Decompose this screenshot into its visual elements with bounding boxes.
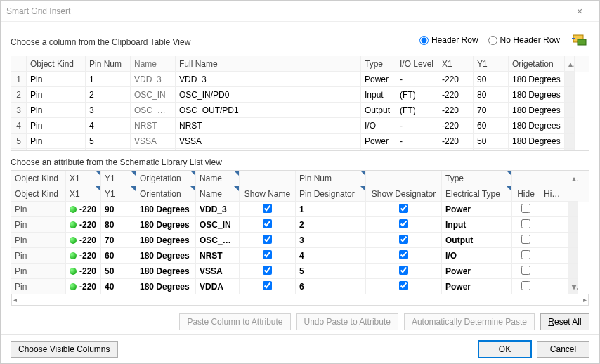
header-row-radio[interactable]: Header Row	[419, 35, 478, 45]
col2-name-h1[interactable]: Name	[196, 171, 240, 186]
cell-show-name[interactable]	[240, 248, 296, 264]
table-row[interactable]: 5Pin5VSSAVSSAPower--22050180 Degrees	[11, 134, 589, 149]
col2-origetation[interactable]: Origetation	[136, 171, 196, 186]
cell-show-name[interactable]	[240, 202, 296, 217]
cell-show-name[interactable]	[240, 217, 296, 233]
col2-x1[interactable]: X1	[66, 171, 101, 186]
col2-object-kind[interactable]: Object Kind	[11, 171, 66, 186]
col2-show-designator[interactable]: Show Designator	[366, 186, 442, 202]
col-name[interactable]: Name	[131, 56, 176, 72]
attribute-grid[interactable]: Object Kind X1 Y1 Origetation Name Pin N…	[11, 170, 589, 306]
cell-hide[interactable]	[512, 217, 540, 233]
show-name-checkbox[interactable]	[263, 266, 272, 275]
cell-hide[interactable]	[512, 248, 540, 264]
clipboard-grid[interactable]: Object Kind Pin Num Name Full Name Type …	[11, 56, 589, 151]
col-origetation[interactable]: Origetation	[509, 56, 565, 72]
show-designator-checkbox[interactable]	[399, 235, 408, 244]
auto-paste-button[interactable]: Automatically Determine Paste	[404, 313, 535, 330]
cell-hidden	[540, 264, 568, 279]
col2-orientation[interactable]: Orientation	[136, 186, 196, 202]
paste-column-button[interactable]: Paste Column to Attribute	[179, 313, 290, 330]
cell-object-kind: Pin	[11, 217, 66, 233]
table-row[interactable]: 2Pin2OSC_INOSC_IN/PD0Input(FT)-22080180 …	[11, 87, 589, 103]
hide-checkbox[interactable]	[521, 235, 530, 244]
cell-show-designator[interactable]	[366, 217, 442, 233]
scroll-right-icon[interactable]: ▸	[583, 296, 587, 304]
col-object-kind[interactable]: Object Kind	[27, 56, 86, 72]
scroll-down-icon[interactable]: ▾	[568, 279, 578, 294]
col-y1[interactable]: Y1	[474, 56, 509, 72]
table-row[interactable]: Pin-22090180 DegreesVDD_31Power	[11, 202, 589, 217]
header-row-radio-input[interactable]	[419, 36, 429, 45]
show-name-checkbox[interactable]	[263, 235, 272, 244]
col-io-level[interactable]: I/O Level	[396, 56, 438, 72]
show-designator-checkbox[interactable]	[399, 250, 408, 259]
cell-show-designator[interactable]	[366, 279, 442, 294]
table-row[interactable]: Pin-22050180 DegreesVSSA5Power	[11, 264, 589, 279]
table-row[interactable]: Pin-22070180 DegreesOSC_OUT3Output	[11, 233, 589, 248]
cell-show-designator[interactable]	[366, 233, 442, 248]
col2-y1[interactable]: Y1	[101, 171, 136, 186]
show-designator-checkbox[interactable]	[399, 204, 408, 213]
cell-hide[interactable]	[512, 202, 540, 217]
cell-hide[interactable]	[512, 233, 540, 248]
col2-type[interactable]: Type	[442, 171, 512, 186]
cell-pin-designator: 4	[296, 248, 366, 264]
col2-object-kind2[interactable]: Object Kind	[11, 186, 66, 202]
cell-y1: 60	[101, 248, 136, 264]
component-icon[interactable]	[570, 30, 589, 50]
col2-show-name[interactable]: Show Name	[240, 186, 296, 202]
scroll-left-icon[interactable]: ◂	[13, 296, 17, 304]
cell-show-designator[interactable]	[366, 264, 442, 279]
cell-hide[interactable]	[512, 279, 540, 294]
hide-checkbox[interactable]	[521, 281, 530, 290]
horizontal-scrollbar[interactable]: ◂ ▸	[11, 294, 589, 306]
scroll-up-icon[interactable]: ▴	[565, 56, 575, 72]
hide-checkbox[interactable]	[521, 266, 530, 275]
cell-show-name[interactable]	[240, 279, 296, 294]
show-name-checkbox[interactable]	[263, 219, 272, 228]
no-header-row-radio-input[interactable]	[488, 36, 497, 45]
prompt-clipboard: Choose a column from the Clipboard Table…	[11, 33, 419, 47]
col2-hidden[interactable]: Hidde	[540, 186, 568, 202]
reset-all-button[interactable]: Reset All	[540, 313, 589, 330]
col2-y1-2[interactable]: Y1	[101, 186, 136, 202]
show-designator-checkbox[interactable]	[399, 219, 408, 228]
cell-hide[interactable]	[512, 264, 540, 279]
cell-show-name[interactable]	[240, 264, 296, 279]
col2-name[interactable]: Name	[196, 186, 240, 202]
hide-checkbox[interactable]	[521, 219, 530, 228]
hide-checkbox[interactable]	[521, 204, 530, 213]
col-x1[interactable]: X1	[438, 56, 474, 72]
show-name-checkbox[interactable]	[263, 204, 272, 213]
cancel-button[interactable]: Cancel	[537, 341, 589, 358]
table-row[interactable]: Pin-22040180 DegreesVDDA6Power▾	[11, 279, 589, 294]
show-designator-checkbox[interactable]	[399, 281, 408, 290]
col2-pin-designator[interactable]: Pin Designator	[296, 186, 366, 202]
no-header-row-radio[interactable]: No Header Row	[488, 35, 560, 45]
show-designator-checkbox[interactable]	[399, 266, 408, 275]
cell-show-designator[interactable]	[366, 202, 442, 217]
col2-hide[interactable]: Hide	[512, 186, 540, 202]
col-pin-num[interactable]: Pin Num	[86, 56, 131, 72]
undo-paste-button[interactable]: Undo Paste to Attribute	[296, 313, 398, 330]
hide-checkbox[interactable]	[521, 250, 530, 259]
table-row[interactable]: Pin-22080180 DegreesOSC_IN2Input	[11, 217, 589, 233]
show-name-checkbox[interactable]	[263, 281, 272, 290]
ok-button[interactable]: OK	[478, 341, 531, 358]
col2-electrical-type[interactable]: Electrical Type	[442, 186, 512, 202]
table-row[interactable]: 1Pin1VDD_3VDD_3Power--22090180 Degrees	[11, 72, 589, 87]
cell-show-name[interactable]	[240, 233, 296, 248]
col-full-name[interactable]: Full Name	[176, 56, 361, 72]
cell-show-designator[interactable]	[366, 248, 442, 264]
table-row[interactable]: 4Pin4NRSTNRSTI/O--22060180 Degrees	[11, 118, 589, 134]
close-icon[interactable]: ×	[566, 6, 594, 17]
table-row[interactable]: Pin-22060180 DegreesNRST4I/O	[11, 248, 589, 264]
col2-pin-num[interactable]: Pin Num	[296, 171, 366, 186]
col-type[interactable]: Type	[361, 56, 396, 72]
table-row[interactable]: 3Pin3OSC_OUTOSC_OUT/PD1Output(FT)-220701…	[11, 103, 589, 118]
col2-x1-2[interactable]: X1	[66, 186, 101, 202]
scroll-up-icon[interactable]: ▴	[568, 171, 578, 186]
show-name-checkbox[interactable]	[263, 250, 272, 259]
choose-visible-columns-button[interactable]: Choose Visible Columns	[11, 341, 118, 358]
